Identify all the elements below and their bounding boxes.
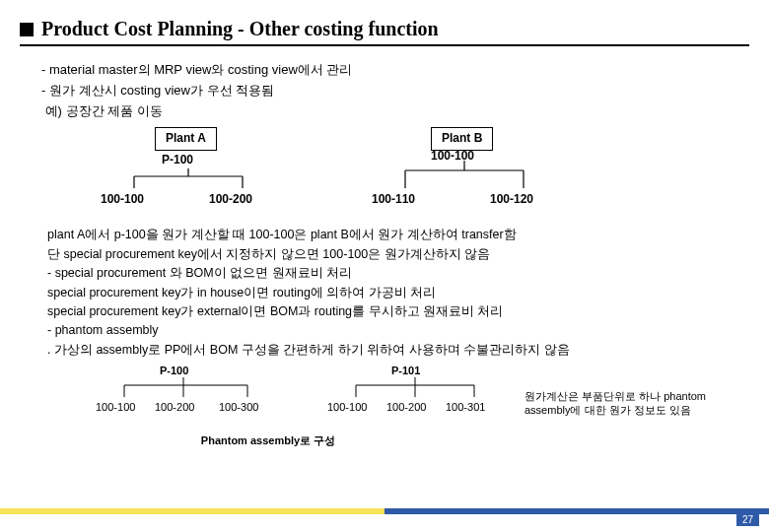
slide-title: Product Cost Planning - Other costing fu…	[41, 18, 439, 40]
phantom-footer-label: Phantom assembly로 구성	[41, 432, 495, 450]
node-100-120: 100-120	[490, 190, 533, 209]
explanation-paragraph: plant A에서 p-100을 원가 계산할 때 100-100은 plant…	[41, 226, 749, 360]
title-bullet-icon	[20, 23, 34, 36]
para-line: - phantom assembly	[47, 321, 749, 340]
bullet-line: 예) 공장간 제품 이동	[41, 101, 749, 122]
diagram-plants: Plant A Plant B P-100 100-100 100-100 10…	[41, 127, 749, 216]
para-line: special procurement key가 external이면 BOM과…	[47, 302, 749, 321]
para-line: - special procurement 와 BOM이 없으면 원재료비 처리	[47, 264, 749, 283]
node-100-100-b-root: 100-100	[431, 147, 474, 166]
note-line-1: 원가계산은 부품단위로 하나 phantom	[524, 389, 712, 403]
node-100-110: 100-110	[372, 190, 415, 209]
footer-bar	[0, 508, 769, 514]
node2-b1: 100-100	[327, 399, 367, 417]
phantom-note: 원가계산은 부품단위로 하나 phantom assembly에 대한 원가 정…	[524, 389, 712, 418]
slide-title-row: Product Cost Planning - Other costing fu…	[20, 18, 749, 46]
para-line: plant A에서 p-100을 원가 계산할 때 100-100은 plant…	[47, 226, 749, 244]
node2-a1: 100-100	[96, 399, 135, 417]
node-100-200: 100-200	[209, 190, 252, 209]
node-p100: P-100	[162, 151, 193, 169]
bullet-line: - 원가 계산시 costing view가 우선 적용됨	[41, 81, 749, 101]
node2-p101: P-101	[391, 363, 420, 380]
bullet-line: - material master의 MRP view와 costing vie…	[41, 60, 749, 81]
node2-p100: P-100	[160, 363, 188, 380]
node2-a3: 100-300	[219, 399, 258, 417]
node2-b3: 100-301	[446, 399, 485, 417]
node-100-100-a: 100-100	[101, 190, 144, 209]
page-number: 27	[736, 513, 759, 526]
para-line: special procurement key가 in house이면 rout…	[47, 284, 749, 302]
note-line-2: assembly에 대한 원가 정보도 있음	[524, 403, 712, 417]
node2-a2: 100-200	[155, 399, 194, 417]
para-line: . 가상의 assembly로 PP에서 BOM 구성을 간편하게 하기 위하여…	[47, 341, 749, 360]
para-line: 단 special procurement key에서 지정하지 않으면 100…	[47, 245, 749, 264]
diagram-phantom: P-100 P-101 100-100 100-200 100-300 100-…	[41, 362, 749, 431]
plant-a-label: Plant A	[155, 127, 217, 150]
node2-b2: 100-200	[386, 399, 426, 417]
